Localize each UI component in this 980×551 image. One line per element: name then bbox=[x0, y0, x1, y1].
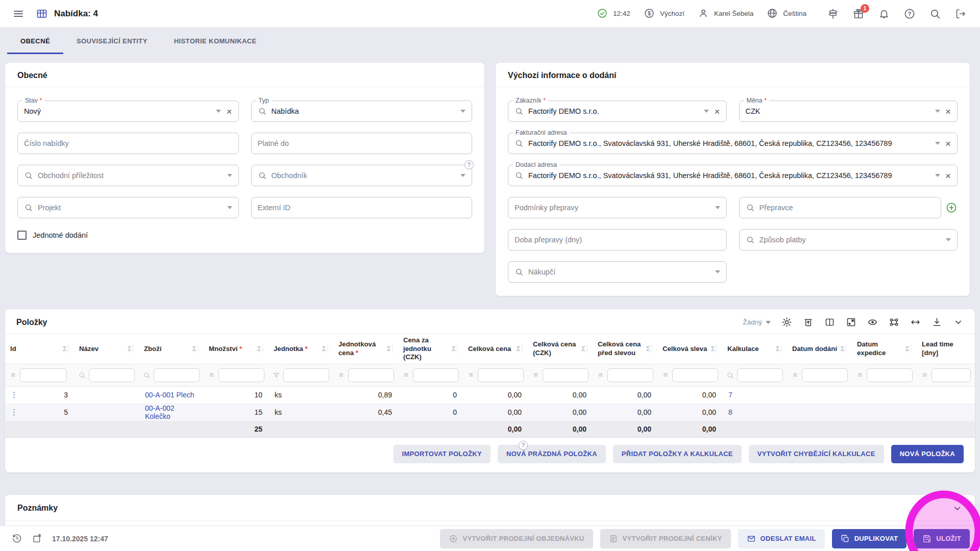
customer-field[interactable]: Zákazník * Factorify DEMO s.r.o. × bbox=[508, 101, 727, 122]
sum-sigma-icon[interactable]: Σ bbox=[645, 345, 652, 353]
group-by-selector[interactable]: Žádný bbox=[743, 318, 771, 326]
restore-window-icon[interactable] bbox=[32, 533, 44, 545]
filter-input-celkova-sleva[interactable] bbox=[672, 368, 718, 382]
chevron-down-icon[interactable] bbox=[704, 110, 709, 113]
chevron-down-icon[interactable] bbox=[460, 174, 465, 177]
export-download-icon[interactable] bbox=[932, 317, 942, 328]
row-menu-icon[interactable]: ⋮ bbox=[10, 408, 18, 417]
chevron-down-icon[interactable] bbox=[935, 142, 940, 145]
chevron-down-icon[interactable] bbox=[460, 110, 465, 113]
filter-input-datum-expedice[interactable] bbox=[867, 368, 913, 382]
filter-input-kalkulace[interactable] bbox=[737, 368, 783, 382]
user-menu[interactable]: Karel Šebela bbox=[698, 8, 753, 20]
add-items-and-calculations-button[interactable]: PŘIDAT POLOŽKY A KALKULACE bbox=[613, 445, 742, 463]
sum-sigma-icon[interactable]: Σ bbox=[710, 345, 717, 353]
archive-restore-icon[interactable] bbox=[803, 317, 814, 328]
clear-icon[interactable]: × bbox=[945, 139, 951, 148]
tab-obecne[interactable]: OBECNÉ bbox=[7, 28, 63, 54]
row-menu-icon[interactable]: ⋮ bbox=[10, 390, 18, 399]
pricelist-selector[interactable]: $ Výchozí bbox=[644, 8, 684, 20]
opportunity-field[interactable]: Obchodní příležitost bbox=[17, 165, 239, 186]
sum-sigma-icon[interactable]: Σ bbox=[904, 345, 912, 353]
logout-icon[interactable] bbox=[954, 8, 967, 20]
filter-input-zbozi[interactable] bbox=[154, 368, 200, 382]
clear-icon[interactable]: × bbox=[714, 107, 720, 116]
filter-input-celkova-cena[interactable] bbox=[478, 368, 524, 382]
filter-input-celkova-cena-czk[interactable] bbox=[543, 368, 589, 382]
calculation-link[interactable]: 8 bbox=[728, 408, 732, 416]
shipping-address-field[interactable]: Dodací adresa Factorify DEMO s.r.o., Sva… bbox=[508, 165, 958, 186]
filter-input-lead-time[interactable] bbox=[932, 368, 971, 382]
save-button[interactable]: ULOŽIT bbox=[914, 529, 970, 548]
calculation-link[interactable]: 7 bbox=[728, 391, 732, 399]
layout-contrast-icon[interactable] bbox=[846, 317, 856, 328]
payment-method-field[interactable]: Způsob platby bbox=[739, 229, 958, 251]
filter-input-id[interactable] bbox=[20, 368, 67, 382]
table-settings-gear-icon[interactable] bbox=[781, 317, 792, 328]
filter-input-datum-dodani[interactable] bbox=[802, 368, 848, 382]
language-selector[interactable]: Čeština bbox=[767, 8, 806, 20]
create-sales-order-button[interactable]: VYTVOŘIT PRODEJNÍ OBJEDNÁVKU bbox=[440, 529, 593, 548]
fit-width-icon[interactable] bbox=[910, 317, 921, 328]
sum-sigma-icon[interactable]: Σ bbox=[321, 345, 328, 353]
sync-status[interactable]: 12:42 bbox=[597, 8, 630, 20]
tab-souvisejici-entity[interactable]: SOUVISEJÍCÍ ENTITY bbox=[63, 28, 161, 54]
project-field[interactable]: Projekt bbox=[17, 197, 239, 218]
chevron-down-icon[interactable] bbox=[946, 238, 951, 241]
filter-input-cena-za-jednotku[interactable] bbox=[413, 368, 459, 382]
sum-sigma-icon[interactable]: Σ bbox=[451, 345, 458, 353]
currency-field[interactable]: Měna * CZK × bbox=[739, 101, 958, 122]
split-columns-icon[interactable] bbox=[824, 317, 835, 328]
visibility-eye-icon[interactable] bbox=[867, 317, 878, 328]
filter-input-jednotka[interactable] bbox=[283, 368, 329, 382]
sum-sigma-icon[interactable]: Σ bbox=[516, 345, 523, 353]
filter-input-jednotkova-cena[interactable] bbox=[348, 368, 394, 382]
send-email-button[interactable]: ODESLAT EMAIL bbox=[738, 529, 825, 548]
help-icon[interactable]: ? bbox=[903, 8, 916, 20]
external-id-field[interactable]: Externí ID bbox=[251, 197, 473, 218]
notifications-bell-icon[interactable] bbox=[878, 8, 890, 20]
sum-sigma-icon[interactable]: Σ bbox=[62, 345, 69, 353]
chevron-down-icon[interactable] bbox=[715, 270, 720, 273]
chevron-down-icon[interactable] bbox=[935, 110, 940, 113]
filter-input-pred-slevou[interactable] bbox=[607, 368, 653, 382]
add-carrier-icon[interactable] bbox=[945, 202, 958, 214]
help-icon[interactable]: ? bbox=[519, 441, 528, 450]
salesperson-field[interactable]: ? Obchodník bbox=[251, 165, 473, 186]
create-sales-pricelists-button[interactable]: VYTVOŘIT PRODEJNÍ CENÍKY bbox=[600, 529, 731, 548]
sum-sigma-icon[interactable]: Σ bbox=[580, 345, 587, 353]
transport-days-field[interactable]: Doba přepravy (dny) bbox=[508, 229, 727, 251]
chevron-down-icon[interactable] bbox=[715, 206, 720, 209]
chevron-down-icon[interactable] bbox=[216, 110, 221, 113]
select-region-icon[interactable] bbox=[889, 317, 899, 328]
valid-until-field[interactable]: Platné do bbox=[251, 133, 473, 154]
carrier-field[interactable]: Přepravce bbox=[739, 197, 942, 218]
hamburger-menu-icon[interactable] bbox=[12, 8, 24, 20]
clear-icon[interactable]: × bbox=[945, 171, 951, 181]
billing-address-field[interactable]: Fakturační adresa Factorify DEMO s.r.o.,… bbox=[508, 133, 958, 154]
sum-sigma-icon[interactable]: Σ bbox=[127, 345, 134, 353]
help-icon[interactable]: ? bbox=[464, 160, 474, 169]
filter-input-nazev[interactable] bbox=[89, 368, 135, 382]
product-link[interactable]: 00-A-002 Kolečko bbox=[145, 404, 175, 420]
clear-icon[interactable]: × bbox=[226, 107, 232, 116]
new-empty-item-button[interactable]: NOVÁ PRÁZDNÁ POLOŽKA bbox=[498, 445, 606, 463]
search-icon[interactable] bbox=[929, 8, 941, 20]
type-field[interactable]: Typ Nabídka bbox=[251, 101, 473, 122]
chevron-down-icon[interactable] bbox=[227, 174, 232, 177]
sum-sigma-icon[interactable]: Σ bbox=[386, 345, 393, 353]
sum-sigma-icon[interactable]: Σ bbox=[775, 345, 782, 353]
tab-historie-komunikace[interactable]: HISTORIE KOMUNIKACE bbox=[161, 28, 270, 54]
new-item-button[interactable]: NOVÁ POLOŽKA bbox=[891, 445, 964, 463]
import-items-button[interactable]: IMPORTOVAT POLOŽKY bbox=[394, 445, 491, 463]
gift-icon[interactable]: 1 bbox=[852, 8, 865, 20]
collapse-chevron-icon[interactable] bbox=[952, 503, 963, 514]
sum-sigma-icon[interactable]: Σ bbox=[840, 345, 847, 353]
sum-sigma-icon[interactable]: Σ bbox=[191, 345, 199, 353]
single-delivery-checkbox[interactable] bbox=[17, 231, 27, 240]
product-link[interactable]: 00-A-001 Plech bbox=[145, 391, 194, 399]
status-field[interactable]: Stav * Nový × bbox=[17, 101, 239, 122]
sum-sigma-icon[interactable]: Σ bbox=[256, 345, 263, 353]
create-missing-calculations-button[interactable]: VYTVOŘIT CHYBĚJÍCÍ KALKULACE bbox=[749, 445, 884, 463]
guidepost-icon[interactable] bbox=[827, 8, 839, 20]
